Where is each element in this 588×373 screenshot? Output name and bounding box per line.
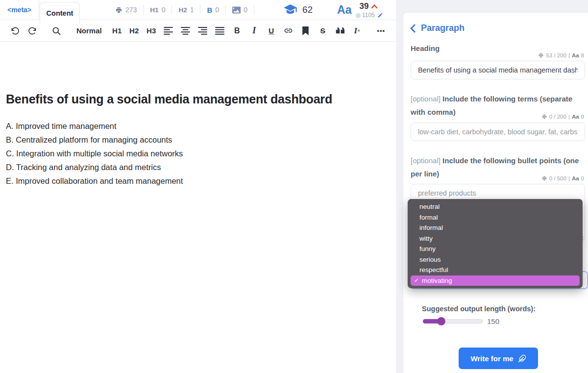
- divider: [254, 5, 254, 15]
- panel-title: Paragraph: [421, 23, 465, 33]
- slider-thumb[interactable]: [437, 317, 445, 325]
- h1-button[interactable]: H1: [109, 23, 125, 39]
- stat-h2-label: H2: [178, 6, 187, 14]
- terms-input[interactable]: [411, 123, 585, 141]
- align-right-icon[interactable]: [195, 23, 211, 39]
- align-justify-icon[interactable]: [212, 23, 228, 39]
- undo-button[interactable]: [7, 23, 23, 39]
- stat-bold: B 0: [207, 6, 219, 14]
- edit-terms-icon[interactable]: [377, 12, 383, 18]
- output-length-label: Suggested output length (words):: [422, 305, 536, 313]
- document-line[interactable]: A. Improved time management: [6, 119, 396, 133]
- italic-button[interactable]: I: [246, 23, 262, 39]
- underline-button[interactable]: U: [264, 23, 279, 39]
- blockquote-icon[interactable]: [332, 23, 348, 39]
- aa-count: 0: [581, 175, 584, 181]
- usage-count: 0 / 200: [549, 114, 566, 120]
- dropdown-option[interactable]: neutral: [408, 201, 583, 212]
- tab-content[interactable]: Content: [40, 2, 80, 24]
- bullets-field-counter: 0 / 500 | Aa 0: [541, 175, 584, 181]
- write-button-label: Write for me: [470, 354, 513, 363]
- terms-total-row: ◎ 1105: [355, 12, 383, 19]
- dropdown-option[interactable]: funny: [408, 244, 583, 254]
- stat-h1: H1 0: [150, 6, 165, 14]
- panel-back-header[interactable]: Paragraph: [410, 23, 465, 33]
- dropdown-option-selected[interactable]: ✓ motivating: [411, 275, 580, 286]
- back-chevron-icon[interactable]: [410, 24, 416, 33]
- terms-total-value: 1105: [362, 12, 375, 19]
- counter-separator: |: [568, 114, 570, 120]
- stat-images: 0: [232, 6, 247, 14]
- search-icon[interactable]: [49, 23, 64, 39]
- usage-count: 53 / 200: [546, 52, 566, 58]
- h3-button[interactable]: H3: [144, 23, 159, 39]
- word-count-icon: [541, 114, 547, 120]
- divider: [225, 5, 226, 15]
- write-for-me-button[interactable]: Write for me: [459, 348, 538, 369]
- optional-tag: [optional]: [411, 156, 442, 165]
- heading-input[interactable]: [411, 61, 585, 79]
- selected-option-label: motivating: [422, 275, 452, 286]
- usage-count: 0 / 500: [549, 175, 566, 181]
- word-count-icon: [115, 6, 122, 14]
- heading-field-counter: 53 / 200 | Aa 8: [538, 52, 584, 58]
- ai-writer-pane: Paragraph Heading 53 / 200 | Aa 8 [optio…: [397, 0, 588, 373]
- terms-score-row: 39: [359, 1, 378, 11]
- bold-button[interactable]: B: [229, 23, 245, 39]
- aa-label: Aa: [572, 114, 579, 120]
- quill-icon: [518, 354, 526, 363]
- bookmark-icon[interactable]: [298, 23, 314, 39]
- align-left-icon[interactable]: [161, 23, 176, 39]
- word-count-icon: [541, 175, 547, 181]
- document-line[interactable]: C. Integration with multiple social medi…: [6, 147, 396, 160]
- content-stats: 273 H1 0 H2 1 B 0 0: [115, 5, 254, 15]
- paragraph-panel: Paragraph Heading 53 / 200 | Aa 8 [optio…: [403, 12, 588, 373]
- divider: [172, 5, 172, 15]
- stat-word-count-value: 273: [125, 6, 137, 14]
- paragraph-style-select[interactable]: Normal: [74, 23, 105, 39]
- output-length-control: 150: [423, 317, 499, 325]
- document-line[interactable]: E. Improved collaboration and team manag…: [6, 174, 396, 188]
- content-score: 62: [284, 4, 313, 15]
- tab-meta[interactable]: <meta>: [0, 0, 39, 20]
- counter-separator: |: [568, 175, 570, 181]
- link-icon[interactable]: [281, 23, 296, 39]
- terms-score-value: 39: [359, 1, 368, 11]
- h2-button[interactable]: H2: [126, 23, 142, 39]
- divider: [200, 5, 200, 15]
- aa-count: 0: [581, 114, 584, 120]
- document-line[interactable]: D. Tracking and analyzing data and metri…: [6, 160, 396, 174]
- more-options-button[interactable]: •••: [373, 23, 389, 39]
- tone-dropdown-menu: neutral formal informal witty funny seri…: [408, 199, 583, 288]
- check-icon: ✓: [414, 275, 419, 286]
- heading-field-label: Heading: [411, 44, 440, 52]
- document-editor[interactable]: Benefits of using a social media managem…: [0, 92, 396, 188]
- optional-tag: [optional]: [411, 95, 442, 103]
- target-icon: ◎: [355, 12, 360, 18]
- content-score-value: 62: [302, 4, 313, 15]
- graduation-cap-icon: [284, 4, 297, 15]
- editor-tabbar: <meta> Content 273 H1 0 H2 1 B 0: [0, 0, 396, 20]
- document-line[interactable]: B. Centralized platform for managing acc…: [6, 133, 396, 147]
- dropdown-option[interactable]: serious: [408, 254, 583, 265]
- counter-separator: |: [568, 52, 570, 58]
- dropdown-option[interactable]: respectful: [408, 265, 583, 275]
- dropdown-option[interactable]: formal: [408, 212, 583, 223]
- image-icon: [232, 6, 241, 14]
- terms-field-counter: 0 / 200 | Aa 0: [541, 114, 584, 120]
- document-title[interactable]: Benefits of using a social media managem…: [6, 92, 396, 106]
- divider: [143, 5, 144, 15]
- stat-h1-label: H1: [150, 6, 158, 14]
- redo-button[interactable]: [24, 23, 40, 39]
- dropdown-option[interactable]: informal: [408, 223, 583, 233]
- editor-pane: <meta> Content 273 H1 0 H2 1 B 0: [0, 0, 397, 373]
- output-length-slider[interactable]: [423, 317, 483, 325]
- strikethrough-button[interactable]: S: [315, 23, 331, 39]
- output-length-value: 150: [487, 317, 499, 325]
- dropdown-option[interactable]: witty: [408, 233, 583, 244]
- readability-aa: Aa: [337, 1, 351, 18]
- readability-group: Aa 39 ◎ 1105: [337, 1, 383, 19]
- aa-count: 8: [581, 52, 584, 58]
- clear-formatting-button[interactable]: I×: [349, 23, 365, 39]
- align-center-icon[interactable]: [178, 23, 194, 39]
